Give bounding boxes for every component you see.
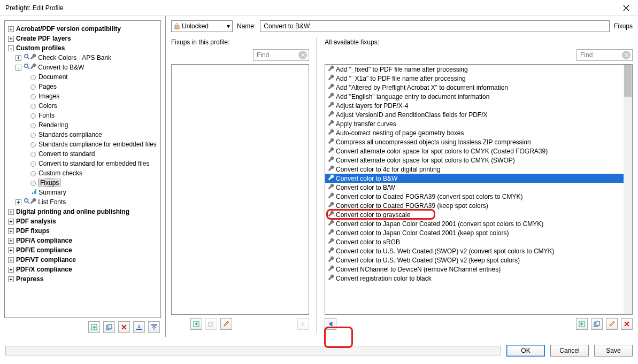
tree-item[interactable]: + List Fonts: [16, 197, 158, 207]
collapse-icon[interactable]: -: [8, 45, 14, 51]
tree-item-label: Standards compliance: [39, 131, 102, 138]
tree-item[interactable]: Colors: [23, 101, 158, 111]
list-item[interactable]: Convert color to B/W: [325, 183, 632, 192]
tree-item[interactable]: Convert to standard for embedded files: [23, 159, 158, 168]
expand-icon[interactable]: +: [8, 247, 14, 253]
tree-item[interactable]: Custom checks: [23, 168, 158, 178]
all-fixups-list[interactable]: Add "_fixed" to PDF file name after proc…: [325, 64, 633, 315]
list-item[interactable]: Convert color to 4c for digital printing: [325, 165, 632, 174]
tree-item[interactable]: +PDF/E compliance: [8, 245, 158, 255]
list-item[interactable]: Auto-correct nesting of page geometry bo…: [325, 128, 632, 137]
list-item[interactable]: Add "_fixed" to PDF file name after proc…: [325, 65, 632, 74]
tree-item[interactable]: Standards compliance for embedded files: [23, 140, 158, 149]
clear-find-all-button[interactable]: ✕: [622, 51, 631, 59]
expand-icon[interactable]: +: [8, 238, 14, 244]
save-button[interactable]: Save: [594, 345, 633, 357]
svg-rect-13: [209, 322, 212, 327]
tree-item[interactable]: +PDF fixups: [8, 226, 158, 236]
tree-item[interactable]: Fixups: [23, 178, 158, 188]
scrollbar-thumb[interactable]: [624, 65, 632, 97]
edit-available-fixup-button[interactable]: [606, 318, 618, 330]
tree-item[interactable]: Summary: [23, 188, 158, 197]
wrench-icon: [327, 138, 335, 146]
list-item[interactable]: Convert color to U.S. Web Coated (SWOP) …: [325, 255, 632, 265]
delete-available-fixup-button[interactable]: [621, 318, 633, 330]
list-item-label: Convert NChannel to DeviceN (remove NCha…: [336, 266, 501, 273]
delete-profile-button[interactable]: [118, 321, 130, 333]
new-available-fixup-button[interactable]: [576, 318, 588, 330]
tree-item[interactable]: +Acrobat/PDF version compatibility: [8, 24, 158, 34]
tree-item[interactable]: +PDF/X compliance: [8, 265, 158, 274]
list-item[interactable]: Convert color to Coated FOGRA39 (convert…: [325, 192, 632, 201]
move-left-button[interactable]: [325, 318, 336, 330]
expand-icon[interactable]: +: [16, 55, 21, 61]
tree-item[interactable]: +PDF/A compliance: [8, 236, 158, 245]
expand-icon[interactable]: +: [8, 209, 14, 215]
duplicate-available-fixup-button[interactable]: [591, 318, 603, 330]
tree-item[interactable]: Rendering: [23, 120, 158, 130]
list-item[interactable]: Compress all uncompressed objects using …: [325, 137, 632, 146]
close-button[interactable]: [614, 0, 638, 16]
wrench-icon: [327, 111, 335, 119]
tree-item[interactable]: Images: [23, 91, 158, 101]
tree-item[interactable]: +PDF/VT compliance: [8, 255, 158, 265]
list-item[interactable]: Add "_X1a" to PDF file name after proces…: [325, 74, 632, 83]
tree-item[interactable]: +Create PDF layers: [8, 34, 158, 43]
list-item[interactable]: Convert color to Coated FOGRA39 (keep sp…: [325, 201, 632, 210]
expand-icon[interactable]: +: [8, 36, 14, 42]
fixups-in-profile-list[interactable]: [171, 64, 309, 315]
list-item[interactable]: Convert color to Japan Color Coated 2001…: [325, 219, 632, 228]
list-item[interactable]: Convert color to B&W: [325, 174, 632, 183]
scrollbar[interactable]: [624, 65, 632, 314]
tree-item[interactable]: Convert to standard: [23, 149, 158, 159]
list-item[interactable]: Adjust layers for PDF/X-4: [325, 101, 632, 110]
tree-item-label: Custom profiles: [16, 44, 65, 52]
list-item[interactable]: Adjust VersionID and RenditionClass fiel…: [325, 110, 632, 119]
profile-tree[interactable]: +Acrobat/PDF version compatibility+Creat…: [4, 20, 161, 318]
cancel-button[interactable]: Cancel: [550, 345, 589, 357]
tree-item[interactable]: +PDF analysis: [8, 216, 158, 226]
add-fixup-button[interactable]: [190, 318, 202, 330]
list-item[interactable]: Convert registration color to black: [325, 274, 632, 283]
expand-icon[interactable]: +: [8, 26, 14, 32]
list-item[interactable]: Convert color to grayscale: [325, 210, 632, 219]
tree-item[interactable]: + Check Colors - APS Bank: [16, 53, 158, 63]
list-item[interactable]: Convert color to U.S. Web Coated (SWOP) …: [325, 246, 632, 255]
tree-item[interactable]: +Prepress: [8, 274, 158, 284]
expand-icon[interactable]: +: [8, 219, 14, 224]
duplicate-profile-button[interactable]: [103, 321, 115, 333]
tree-item[interactable]: - Convert to B&W: [16, 63, 158, 72]
clear-find-button[interactable]: ✕: [298, 51, 307, 59]
import-profile-button[interactable]: [133, 321, 145, 333]
list-item[interactable]: Convert color to sRGB: [325, 237, 632, 246]
list-item[interactable]: Add "English" language entry to document…: [325, 92, 632, 101]
ok-button[interactable]: OK: [506, 345, 545, 357]
expand-icon[interactable]: +: [8, 276, 14, 282]
list-item[interactable]: Convert NChannel to DeviceN (remove NCha…: [325, 265, 632, 274]
expand-icon[interactable]: +: [8, 257, 14, 263]
duplicate-fixup-button: [205, 318, 217, 330]
list-item[interactable]: Convert alternate color space for spot c…: [325, 156, 632, 165]
tree-item-label: Pages: [39, 83, 57, 90]
list-item[interactable]: Add "Altered by Preflight Acrobat X" to …: [325, 83, 632, 92]
list-item[interactable]: Convert alternate color space for spot c…: [325, 146, 632, 156]
tree-item[interactable]: +Digital printing and online publishing: [8, 207, 158, 216]
expand-icon[interactable]: +: [8, 228, 14, 234]
tree-item[interactable]: Pages: [23, 82, 158, 91]
tree-item[interactable]: Standards compliance: [23, 130, 158, 140]
new-profile-button[interactable]: [88, 321, 100, 333]
expand-icon[interactable]: +: [16, 199, 21, 205]
list-item[interactable]: Convert color to Japan Color Coated 2001…: [325, 228, 632, 237]
export-profile-button[interactable]: [148, 321, 160, 333]
lock-dropdown[interactable]: Unlocked ▾: [171, 20, 233, 32]
list-item[interactable]: Apply transfer curves: [325, 119, 632, 128]
tree-item[interactable]: -Custom profiles: [8, 43, 158, 53]
collapse-icon[interactable]: -: [16, 65, 21, 71]
fixups-link[interactable]: Fixups: [614, 22, 633, 30]
tree-item[interactable]: Document: [23, 72, 158, 82]
edit-fixup-button[interactable]: [220, 318, 232, 330]
profile-name-input[interactable]: [260, 20, 609, 32]
svg-point-1: [25, 64, 28, 67]
tree-item[interactable]: Fonts: [23, 111, 158, 120]
expand-icon[interactable]: +: [8, 267, 14, 273]
